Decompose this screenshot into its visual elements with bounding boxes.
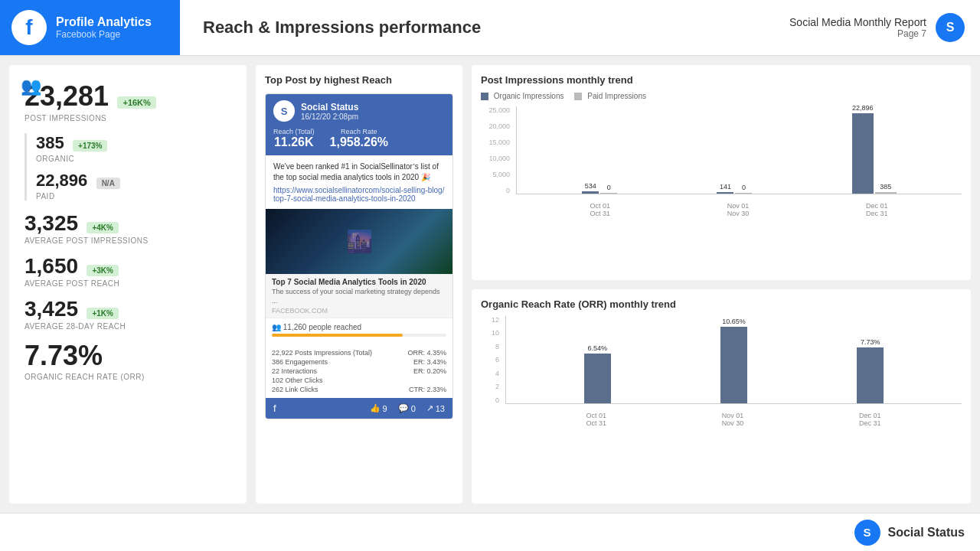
orr-chart-panel: Organic Reach Rate (ORR) monthly trend 1… — [472, 289, 971, 504]
footer-brand: Social Status — [888, 526, 965, 540]
legend-organic-dot — [481, 93, 488, 100]
avg-post-impressions: 3,325 +4K% AVERAGE POST IMPRESSIONS — [24, 211, 231, 245]
profile-title: Profile Analytics — [56, 15, 152, 29]
post-impressions-badge: +16K% — [117, 96, 155, 109]
stat-row-4: 102 Other Clicks — [272, 377, 446, 384]
stat-value-3: ER: 0.20% — [413, 367, 446, 375]
impressions-chart-panel: Post Impressions monthly trend Organic I… — [472, 65, 971, 280]
link-domain: FACEBOOK.COM — [272, 307, 446, 315]
post-image: 🌆 — [266, 209, 452, 274]
organic-bar-3-val: 22,896 — [852, 104, 874, 112]
orr-bar-2 — [720, 327, 747, 403]
legend-paid: Paid Impressions — [574, 92, 645, 100]
orr-bar-2-val: 10.65% — [722, 318, 746, 325]
bar-group-1: 534 0 — [582, 182, 617, 194]
avg-post-reach-label: AVERAGE POST REACH — [24, 279, 231, 288]
post-footer-fb-icon: f — [273, 403, 276, 414]
post-card: S Social Status 16/12/20 2:08pm Reach (T… — [265, 93, 453, 419]
orr-y-3: 6 — [481, 356, 499, 364]
post-reach-row: Reach (Total) 11.26K Reach Rate 1,958.26… — [266, 128, 452, 155]
orr-y-5: 10 — [481, 329, 499, 337]
x-label-1-top: Oct 01 — [590, 202, 610, 210]
organic-label: ORGANIC — [36, 155, 231, 163]
organic-metric: 385 +173% ORGANIC — [36, 133, 231, 163]
reach-bar-section: 👥 11,260 people reached — [266, 318, 452, 346]
orr-x-1-top: Oct 01 — [586, 412, 606, 419]
stat-label-4: 102 Other Clicks — [272, 377, 323, 384]
post-header-text: Social Status 16/12/20 2:08pm — [301, 102, 358, 121]
y-label-5: 25,000 — [481, 106, 510, 114]
stat-value-2: ER: 3.43% — [413, 358, 446, 366]
heading-text: Reach & Impressions performance — [203, 18, 481, 37]
avg-28-reach-value: 3,425 — [24, 297, 78, 321]
orr-x-label-3: Dec 01 Dec 31 — [859, 412, 881, 427]
paid-bar-2 — [735, 193, 752, 194]
paid-bar-3-wrap: 385 — [875, 183, 897, 194]
orr-value: 7.73% — [24, 340, 231, 372]
orr-label: ORGANIC REACH RATE (ORR) — [24, 373, 231, 381]
orr-y-0: 0 — [481, 396, 499, 404]
paid-bar-1-val: 0 — [607, 184, 611, 191]
post-impressions-metric: 23,281 +16K% POST IMPRESSIONS — [24, 80, 231, 122]
x-axis: Oct 01 Oct 31 Nov 01 Nov 30 Dec 01 Dec 3… — [516, 202, 962, 217]
y-label-3: 15,000 — [481, 139, 510, 146]
paid-bar-1-wrap: 0 — [600, 184, 617, 194]
orr-x-label-2: Nov 01 Nov 30 — [722, 412, 744, 427]
shares-action: ↗ 13 — [426, 403, 445, 413]
report-title: Social Media Monthly Report — [789, 16, 926, 28]
shares-count: 13 — [436, 404, 445, 413]
orr-bar-1-val: 6.54% — [587, 344, 607, 352]
stat-row-1: 22,922 Posts Impressions (Total) ORR: 4.… — [272, 349, 446, 357]
orr-bar-3-wrap: 7.73% — [857, 338, 884, 403]
bar-group-3: 22,896 385 — [852, 104, 897, 194]
legend-organic-label: Organic Impressions — [494, 92, 564, 100]
x-label-1: Oct 01 Oct 31 — [590, 202, 610, 217]
orr-y-4: 8 — [481, 343, 499, 350]
y-label-4: 20,000 — [481, 122, 510, 130]
page-heading: Reach & Impressions performance — [180, 18, 774, 37]
paid-badge: N/A — [96, 178, 120, 189]
organic-bar-1-wrap: 534 — [582, 182, 599, 194]
header: f Profile Analytics Facebook Page Reach … — [0, 0, 980, 56]
stat-row-5: 262 Link Clicks CTR: 2.33% — [272, 386, 446, 393]
avg-post-impressions-badge: +4K% — [87, 222, 119, 233]
organic-bar-3-wrap: 22,896 — [852, 104, 874, 194]
x-label-3-bot: Dec 31 — [866, 210, 888, 217]
footer-logo: S — [854, 520, 880, 546]
reach-bar-label: 👥 11,260 people reached — [272, 323, 446, 331]
main-content: 👥 23,281 +16K% POST IMPRESSIONS 385 +173… — [0, 56, 980, 513]
stat-label-2: 386 Engagements — [272, 358, 328, 366]
legend-organic: Organic Impressions — [481, 92, 564, 100]
avg-post-reach-value: 1,650 — [24, 254, 78, 278]
reach-rate-item: Reach Rate 1,958.26% — [330, 128, 389, 149]
comments-action: 💬 0 — [398, 403, 416, 413]
orr-x-axis: Oct 01 Oct 31 Nov 01 Nov 30 Dec 01 Dec 3… — [505, 412, 962, 427]
post-avatar: S — [273, 100, 295, 122]
header-profile-section: f Profile Analytics Facebook Page — [0, 0, 180, 55]
report-info: Social Media Monthly Report Page 7 — [789, 16, 926, 39]
likes-action: 👍 9 — [370, 403, 387, 413]
reach-total-label: Reach (Total) — [273, 128, 315, 135]
like-icon: 👍 — [370, 403, 381, 413]
post-card-header: S Social Status 16/12/20 2:08pm — [266, 94, 452, 128]
avg-post-reach: 1,650 +3K% AVERAGE POST REACH — [24, 254, 231, 288]
page-number: Page 7 — [789, 28, 926, 39]
reach-total-item: Reach (Total) 11.26K — [273, 128, 315, 149]
paid-bar-2-wrap: 0 — [735, 184, 752, 194]
orr-bar-1 — [584, 354, 611, 403]
reach-bar-fill — [272, 334, 403, 337]
orr-y-6: 12 — [481, 316, 499, 324]
footer: S Social Status — [0, 513, 980, 551]
orr-x-1-bot: Oct 31 — [586, 419, 606, 427]
stat-label-3: 22 Interactions — [272, 367, 317, 375]
orr-x-label-1: Oct 01 Oct 31 — [586, 412, 606, 427]
post-body-text: We've been ranked #1 in SocialSellinator… — [273, 161, 445, 183]
top-post-panel: Top Post by highest Reach S Social Statu… — [256, 65, 462, 504]
post-impressions-label: POST IMPRESSIONS — [24, 114, 231, 122]
link-sub: The success of your social marketing str… — [272, 288, 446, 305]
impressions-chart-title: Post Impressions monthly trend — [481, 74, 962, 86]
reach-total-value: 11.26K — [273, 135, 315, 149]
organic-bar-2 — [717, 192, 733, 194]
orr-bars: 6.54% 10.65% 7.73% — [505, 316, 962, 404]
paid-bar-1 — [600, 193, 617, 194]
